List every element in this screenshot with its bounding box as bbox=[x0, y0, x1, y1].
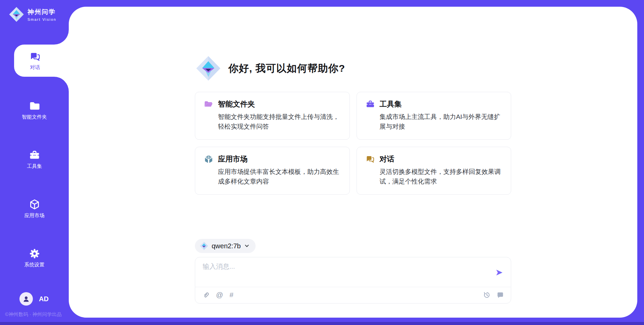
card-toolset[interactable]: 工具集 集成市场上主流工具，助力AI与外界无缝扩展与对接 bbox=[357, 92, 512, 140]
card-title: 工具集 bbox=[380, 99, 402, 109]
card-title: 智能文件夹 bbox=[218, 99, 255, 109]
brand-diamond-icon bbox=[9, 7, 24, 22]
card-title: 应用市场 bbox=[218, 154, 248, 164]
brand-name: 神州问学 bbox=[28, 8, 56, 16]
app-grid-icon bbox=[204, 154, 213, 164]
history-button[interactable] bbox=[483, 291, 491, 299]
folder-open-icon bbox=[204, 100, 213, 109]
sidebar-item-label: 对话 bbox=[30, 64, 40, 71]
sidebar: 神州问学 Smart Vision 对话 智能文件夹 工具集 应用市场 系统设置… bbox=[0, 0, 69, 325]
active-pill-top-curve bbox=[54, 30, 69, 45]
mention-button[interactable]: @ bbox=[216, 291, 223, 299]
at-icon: @ bbox=[216, 291, 223, 299]
card-description: 灵活切换多模型文件，支持多样回复效果调试，满足个性化需求 bbox=[380, 167, 502, 186]
copyright-text: ©神州数码 · 神州问学出品 bbox=[5, 311, 69, 318]
send-icon: ➤ bbox=[495, 267, 503, 277]
paperclip-icon bbox=[202, 291, 210, 299]
card-smart-folder[interactable]: 智能文件夹 智能文件夹功能支持批量文件上传与清洗，轻松实现文件问答 bbox=[195, 92, 350, 140]
sidebar-item-label: 智能文件夹 bbox=[22, 114, 47, 120]
greeting-block: 你好, 我可以如何帮助你? bbox=[196, 56, 511, 81]
card-app-market[interactable]: 应用市场 应用市场提供丰富长文本模板，助力高效生成多样化文章内容 bbox=[195, 147, 350, 195]
toolbox-icon bbox=[29, 149, 40, 161]
message-composer: ➤ @ # bbox=[195, 257, 511, 304]
bottom-edge-strip bbox=[0, 322, 644, 325]
user-chip[interactable]: AD bbox=[19, 292, 49, 306]
sidebar-item-chat[interactable]: 对话 bbox=[14, 45, 69, 77]
gear-icon bbox=[29, 248, 40, 259]
chat-icon bbox=[30, 51, 41, 62]
active-pill-bottom-curve bbox=[54, 77, 69, 91]
folder-icon bbox=[29, 100, 40, 112]
greeting-diamond-icon bbox=[196, 56, 221, 81]
attach-button[interactable] bbox=[202, 291, 210, 299]
toolbox-icon bbox=[366, 100, 375, 109]
history-icon bbox=[483, 291, 491, 299]
brand-logo: 神州问学 Smart Vision bbox=[9, 7, 56, 22]
cube-icon bbox=[29, 199, 40, 210]
model-name: qwen2:7b bbox=[212, 242, 241, 250]
topic-button[interactable]: # bbox=[229, 291, 233, 299]
card-title: 对话 bbox=[380, 154, 394, 164]
message-input[interactable] bbox=[203, 262, 494, 283]
greeting-text: 你好, 我可以如何帮助你? bbox=[228, 62, 345, 75]
sidebar-item-label: 系统设置 bbox=[24, 262, 45, 268]
avatar bbox=[19, 292, 33, 306]
sidebar-item-smart-folder[interactable]: 智能文件夹 bbox=[0, 100, 69, 120]
feature-cards: 智能文件夹 智能文件夹功能支持批量文件上传与清洗，轻松实现文件问答 工具集 集成… bbox=[195, 92, 511, 195]
person-icon bbox=[22, 295, 30, 303]
sidebar-item-toolset[interactable]: 工具集 bbox=[0, 149, 69, 170]
main-panel: 你好, 我可以如何帮助你? 智能文件夹 智能文件夹功能支持批量文件上传与清洗，轻… bbox=[69, 7, 637, 318]
chevron-down-icon bbox=[244, 243, 250, 249]
user-initials: AD bbox=[39, 295, 49, 303]
chat-icon bbox=[366, 154, 375, 164]
sidebar-item-app-market[interactable]: 应用市场 bbox=[0, 199, 69, 219]
chat-bubble-icon bbox=[496, 291, 504, 299]
brand-subtitle: Smart Vision bbox=[28, 17, 56, 21]
card-description: 智能文件夹功能支持批量文件上传与清洗，轻松实现文件问答 bbox=[218, 112, 341, 131]
conversation-button[interactable] bbox=[496, 291, 504, 299]
model-selector[interactable]: qwen2:7b bbox=[195, 239, 256, 253]
card-description: 集成市场上主流工具，助力AI与外界无缝扩展与对接 bbox=[380, 112, 502, 131]
send-button[interactable]: ➤ bbox=[494, 267, 503, 278]
sidebar-item-label: 工具集 bbox=[27, 163, 42, 170]
sidebar-item-label: 应用市场 bbox=[24, 212, 45, 219]
diamond-logo-icon bbox=[200, 242, 208, 250]
hash-icon: # bbox=[229, 291, 233, 299]
card-chat[interactable]: 对话 灵活切换多模型文件，支持多样回复效果调试，满足个性化需求 bbox=[357, 147, 512, 195]
sidebar-item-settings[interactable]: 系统设置 bbox=[0, 248, 69, 268]
card-description: 应用市场提供丰富长文本模板，助力高效生成多样化文章内容 bbox=[218, 167, 341, 186]
